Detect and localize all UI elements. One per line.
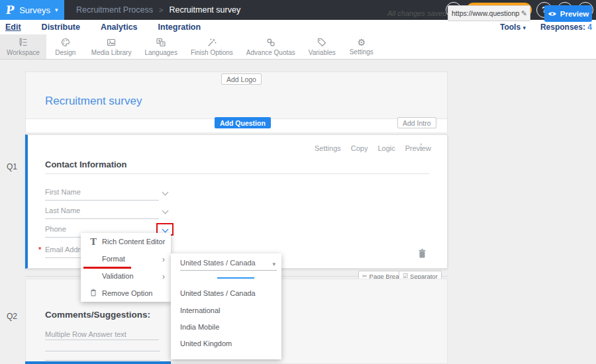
format-option-india-mobile[interactable]: India Mobile (180, 323, 219, 331)
edit-url-icon[interactable]: ✎ (521, 9, 530, 18)
toolbar-item-label: Workspace (7, 49, 40, 56)
menu-item-format[interactable]: Format › (81, 250, 171, 267)
chevron-down-icon: ▾ (55, 7, 58, 13)
toolbar-item-label: Advance Quotas (246, 49, 295, 56)
required-marker: * (38, 246, 41, 253)
field-label-phone[interactable]: Phone (45, 225, 66, 233)
workspace-icon (18, 37, 28, 48)
select-caret-icon: ▾ (272, 261, 275, 267)
question-number-q2: Q2 (7, 312, 17, 321)
tools-label: Tools (500, 23, 521, 32)
survey-tabbar: Edit Distribute Analytics Integration To… (0, 20, 596, 34)
tab-analytics[interactable]: Analytics (101, 23, 138, 32)
toolbar-item-advance-quotas[interactable]: Advance Quotas (240, 34, 302, 59)
field-label-first-name[interactable]: First Name (45, 188, 81, 196)
save-status: All changes saved (387, 9, 446, 17)
toolbar-item-finish-options[interactable]: Finish Options (184, 34, 240, 59)
product-switcher[interactable]: P Surveys ▾ (0, 0, 64, 20)
question-heading-q1[interactable]: Contact Information (45, 159, 127, 169)
preview-label: Preview (560, 10, 589, 18)
breadcrumb-parent[interactable]: Recruitment Process (76, 5, 153, 15)
finish-options-icon (207, 37, 217, 48)
field-context-menu: T Rich Content Editor Format › Validatio… (81, 233, 171, 302)
field-underline (45, 200, 159, 201)
breadcrumb-separator-icon: > (159, 6, 163, 14)
toolbar-item-settings[interactable]: ⚙ Settings (342, 34, 381, 59)
preview-button[interactable]: Preview (544, 5, 592, 22)
answer-line (45, 360, 160, 361)
active-option-indicator (217, 277, 254, 279)
survey-title[interactable]: Recruitment survey (45, 95, 142, 108)
breadcrumb-current: Recruitment survey (169, 5, 240, 15)
toolbar-item-label: Finish Options (191, 49, 233, 56)
question-actions: Settings Copy Logic Preview (315, 144, 431, 152)
toolbar-item-workspace[interactable]: Workspace (0, 34, 46, 59)
tabbar-right: Tools ▾ Responses: 4 (500, 20, 592, 34)
toolbar-item-design[interactable]: Design (46, 34, 85, 59)
add-logo-button[interactable]: Add Logo (221, 73, 262, 85)
survey-url-input[interactable] (448, 9, 521, 17)
multirow-answer-placeholder[interactable]: Multiple Row Answer text (45, 330, 126, 338)
field-label-last-name[interactable]: Last Name (45, 206, 80, 214)
toolbar-item-languages[interactable]: A Languages (138, 34, 184, 59)
phone-format-select[interactable]: United States / Canada ▾ (180, 259, 277, 271)
advance-quotas-icon (266, 37, 276, 48)
design-icon (60, 37, 71, 48)
heading-divider (45, 173, 429, 174)
toolbar-item-media-library[interactable]: Media Library (85, 34, 138, 59)
text-format-icon: T (87, 237, 99, 247)
tab-distribute[interactable]: Distribute (42, 23, 80, 32)
toolbar-item-label: Media Library (91, 49, 132, 56)
media-library-icon (106, 37, 117, 48)
questionpro-logo-icon: P (5, 3, 15, 17)
toolbar-item-label: Design (55, 49, 75, 56)
field-underline (45, 218, 159, 219)
format-option-united-kingdom[interactable]: United Kingdom (180, 340, 232, 347)
delete-question-button[interactable] (418, 248, 426, 261)
menu-item-remove-option[interactable]: Remove Option (81, 285, 171, 302)
settings-icon: ⚙ (357, 38, 366, 47)
product-menu-label: Surveys (19, 5, 50, 15)
responses-label: Responses: (540, 23, 585, 32)
toolbar-item-label: Languages (144, 49, 177, 56)
trash-icon (418, 248, 426, 259)
survey-url-box: ✎ (448, 5, 530, 21)
selected-format-value: United States / Canada (180, 259, 256, 267)
breadcrumb: Recruitment Process > Recruitment survey (76, 5, 240, 15)
answer-line (45, 351, 160, 351)
annotation-underline (83, 267, 131, 269)
tab-integration[interactable]: Integration (158, 23, 201, 32)
format-option-international[interactable]: International (180, 306, 221, 314)
responses-count: 4 (587, 23, 592, 32)
tools-menu[interactable]: Tools ▾ (500, 23, 526, 32)
more-options-icon[interactable]: ⋮ (417, 142, 426, 152)
trash-icon (87, 289, 99, 298)
question-copy-link[interactable]: Copy (351, 144, 368, 152)
menu-item-label: Validation (102, 272, 134, 280)
languages-icon: A (156, 37, 166, 48)
answer-line (45, 340, 159, 340)
menu-item-rich-content-editor[interactable]: T Rich Content Editor (81, 233, 171, 250)
question-heading-q2[interactable]: Comments/Suggestions: (45, 310, 150, 320)
tab-edit[interactable]: Edit (5, 23, 21, 32)
submenu-arrow-icon: › (162, 272, 165, 281)
eye-icon (548, 11, 557, 17)
format-option-us-canada[interactable]: United States / Canada (180, 289, 256, 297)
add-question-button[interactable]: Add Question (215, 117, 271, 128)
menu-item-label: Format (102, 255, 125, 263)
toolbar-item-variables[interactable]: Variables (302, 34, 342, 59)
format-submenu-panel: United States / Canada ▾ United States /… (171, 253, 281, 359)
question-settings-link[interactable]: Settings (315, 144, 341, 152)
menu-item-validation[interactable]: Validation › (81, 267, 171, 285)
editor-toolbar: Workspace Design Media Library A Languag… (0, 34, 596, 60)
menu-item-label: Remove Option (102, 289, 152, 297)
svg-text:A: A (162, 42, 164, 46)
submenu-arrow-icon: › (162, 255, 165, 263)
responses-link[interactable]: Responses: 4 (540, 23, 592, 32)
question-number-q1: Q1 (7, 162, 17, 171)
toolbar-item-label: Settings (350, 48, 373, 56)
chevron-down-icon: ▾ (522, 24, 526, 31)
add-intro-button[interactable]: Add Intro (397, 117, 436, 128)
question-logic-link[interactable]: Logic (377, 144, 395, 152)
next-question-accent-bar (25, 361, 171, 364)
